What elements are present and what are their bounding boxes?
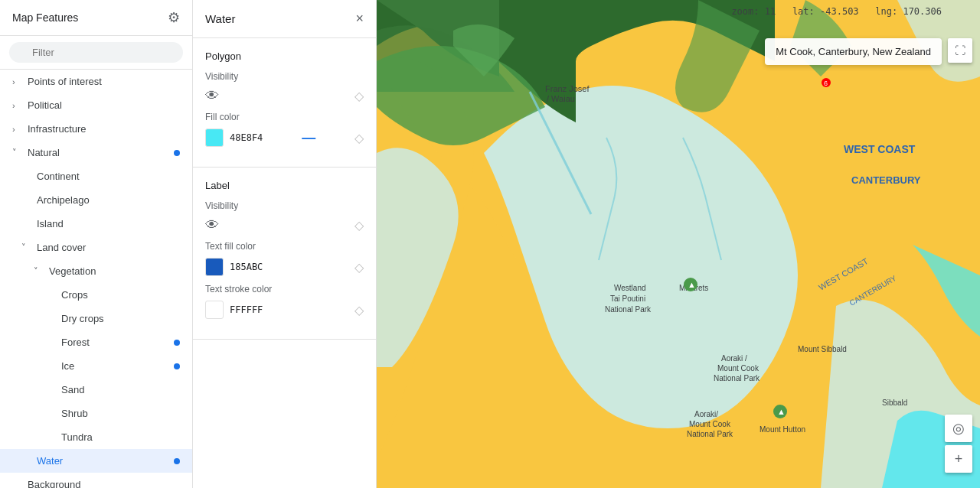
text-stroke-color-swatch-wrap: FFFFFF	[205, 301, 263, 319]
chevron-icon: ›	[12, 77, 24, 86]
sidebar-item-label: Ice	[61, 360, 174, 372]
sidebar-item-land-cover[interactable]: ˅Land cover	[0, 236, 192, 259]
modified-dot	[174, 150, 180, 156]
sidebar-item-sand[interactable]: Sand	[0, 378, 192, 402]
text-fill-color-swatch[interactable]	[205, 258, 224, 276]
modified-dot	[174, 363, 180, 369]
sidebar-item-tundra[interactable]: Tundra	[0, 425, 192, 449]
map-controls: ◎ +	[945, 415, 972, 473]
diamond-icon-text-fill[interactable]: ◇	[354, 260, 364, 275]
svg-text:Franz Josef: Franz Josef	[545, 84, 590, 93]
sidebar-item-ice[interactable]: Ice	[0, 354, 192, 378]
sidebar-title: Map Features	[12, 11, 78, 24]
panel-title: Water	[205, 12, 235, 25]
label-section: Label Visibility 👁 ◇ Text fill color 185…	[193, 168, 376, 340]
text-fill-color-value: 185ABC	[230, 262, 263, 272]
filter-input[interactable]	[9, 42, 183, 63]
fullscreen-button[interactable]: ⛶	[948, 38, 972, 63]
text-fill-color-row: 185ABC ◇	[205, 258, 364, 276]
sidebar-item-political[interactable]: ›Political	[0, 93, 192, 117]
sidebar-item-label: Tundra	[61, 431, 180, 443]
svg-text:Aoraki/: Aoraki/	[694, 410, 718, 418]
sidebar-item-points-of-interest[interactable]: ›Points of interest	[0, 70, 192, 93]
map-area[interactable]: WEST COAST CANTERBURY WEST COAST CANTERB…	[377, 0, 980, 488]
fill-color-swatch-wrap: 48E8F4	[205, 129, 263, 147]
chevron-icon: ›	[12, 101, 24, 110]
sidebar-item-water[interactable]: Water	[0, 449, 192, 473]
panel-header: Water ×	[193, 0, 376, 38]
sidebar-item-natural[interactable]: ˅Natural	[0, 141, 192, 164]
svg-text:Westland: Westland	[614, 284, 646, 292]
sidebar-item-forest[interactable]: Forest	[0, 330, 192, 354]
sidebar-item-shrub[interactable]: Shrub	[0, 402, 192, 425]
sidebar-item-label: Archipelago	[37, 194, 180, 206]
svg-text:6: 6	[824, 80, 828, 87]
text-stroke-color-row: FFFFFF ◇	[205, 301, 364, 319]
svg-text:National Park: National Park	[687, 430, 733, 438]
sidebar-item-label: Infrastructure	[28, 123, 180, 135]
svg-text:/ Waiau: / Waiau	[547, 94, 575, 103]
sidebar-item-crops[interactable]: Crops	[0, 283, 192, 307]
svg-text:Aoraki /: Aoraki /	[721, 354, 747, 363]
minus-icon-fill[interactable]: —	[302, 130, 315, 146]
plus-icon: +	[955, 451, 963, 467]
diamond-icon-label[interactable]: ◇	[354, 218, 364, 233]
svg-text:Sibbald: Sibbald	[882, 399, 907, 407]
text-fill-color-label: Text fill color	[205, 241, 364, 252]
text-stroke-color-label: Text stroke color	[205, 284, 364, 294]
sidebar-item-label: Continent	[37, 171, 180, 182]
sidebar-item-vegetation[interactable]: ˅Vegetation	[0, 259, 192, 283]
location-button[interactable]: ◎	[945, 415, 972, 442]
sidebar-header: Map Features ⚙	[0, 0, 192, 36]
gear-icon[interactable]: ⚙	[168, 9, 180, 26]
svg-text:WEST COAST: WEST COAST	[844, 143, 916, 155]
svg-text:Mount Hutton: Mount Hutton	[760, 425, 805, 434]
diamond-icon-fill[interactable]: ◇	[354, 131, 364, 145]
modified-dot	[174, 458, 180, 464]
sidebar-item-dry-crops[interactable]: Dry crops	[0, 307, 192, 330]
chevron-icon: ˅	[12, 148, 24, 158]
sidebar-item-background[interactable]: Background	[0, 473, 192, 488]
polygon-heading: Polygon	[205, 50, 364, 62]
sidebar-item-label: Vegetation	[49, 265, 180, 277]
close-icon[interactable]: ×	[355, 11, 364, 27]
svg-text:Mount Cook: Mount Cook	[689, 420, 731, 428]
chevron-icon: ˅	[21, 242, 34, 252]
svg-text:National Park: National Park	[605, 305, 652, 314]
svg-text:CANTERBURY: CANTERBURY	[851, 174, 921, 186]
modified-dot	[174, 340, 180, 346]
chevron-icon: ˅	[34, 266, 46, 276]
svg-text:Mount Sibbald: Mount Sibbald	[798, 345, 847, 353]
svg-text:Mount Cook: Mount Cook	[717, 364, 760, 373]
fill-color-value: 48E8F4	[230, 132, 263, 143]
sidebar-item-archipelago[interactable]: Archipelago	[0, 188, 192, 212]
svg-text:▲: ▲	[688, 280, 696, 289]
visibility-label-label: Visibility	[205, 200, 364, 211]
sidebar-item-label: Crops	[61, 289, 180, 301]
sidebar-item-label: Natural	[28, 147, 174, 158]
fullscreen-icon: ⛶	[955, 44, 965, 57]
polygon-section: Polygon Visibility 👁 ◇ Fill color 48E8F4…	[193, 38, 376, 168]
diamond-icon-polygon[interactable]: ◇	[354, 89, 364, 103]
sidebar-item-label: Land cover	[37, 242, 180, 253]
svg-text:Tai Poutini: Tai Poutini	[610, 294, 645, 303]
fill-color-label: Fill color	[205, 112, 364, 122]
eye-icon-label[interactable]: 👁	[205, 217, 219, 233]
zoom-in-button[interactable]: +	[945, 445, 972, 473]
sidebar-item-label: Water	[37, 455, 174, 467]
diamond-icon-text-stroke[interactable]: ◇	[354, 303, 364, 317]
sidebar-list: ›Points of interest›Political›Infrastruc…	[0, 70, 192, 488]
fill-color-swatch[interactable]	[205, 129, 224, 147]
map-canvas: WEST COAST CANTERBURY WEST COAST CANTERB…	[377, 0, 980, 488]
sidebar-item-label: Political	[28, 99, 180, 111]
sidebar-item-continent[interactable]: Continent	[0, 164, 192, 188]
label-heading: Label	[205, 180, 364, 191]
sidebar-item-infrastructure[interactable]: ›Infrastructure	[0, 117, 192, 141]
text-stroke-color-swatch[interactable]	[205, 301, 224, 319]
sidebar-item-label: Forest	[61, 337, 174, 348]
sidebar-item-island[interactable]: Island	[0, 212, 192, 236]
visibility-control-polygon: 👁 ◇	[205, 88, 364, 104]
eye-icon-polygon[interactable]: 👁	[205, 88, 219, 104]
sidebar-item-label: Island	[37, 218, 180, 229]
text-fill-color-swatch-wrap: 185ABC	[205, 258, 263, 276]
